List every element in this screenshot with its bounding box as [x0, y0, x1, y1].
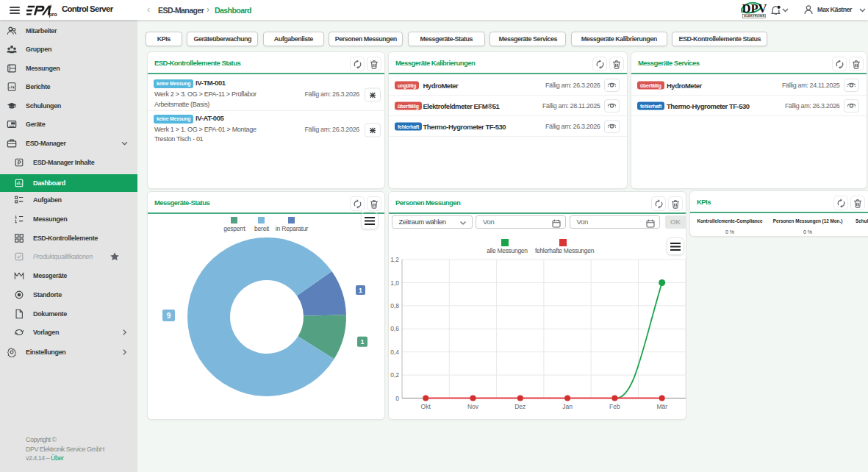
svg-text:0,4: 0,4	[390, 348, 399, 356]
svg-text:1,2: 1,2	[390, 256, 399, 263]
svg-text:Nov: Nov	[467, 403, 479, 410]
svg-text:9: 9	[167, 312, 171, 320]
svg-text:0,6: 0,6	[390, 325, 399, 332]
svg-text:Okt: Okt	[421, 403, 431, 410]
svg-text:Mär: Mär	[656, 403, 667, 410]
svg-text:0,2: 0,2	[390, 371, 399, 379]
svg-text:pro: pro	[49, 12, 57, 18]
svg-text:Dez: Dez	[514, 403, 526, 410]
svg-text:Feb: Feb	[609, 403, 620, 410]
svg-text:Jan: Jan	[562, 403, 573, 410]
svg-text:1: 1	[359, 287, 362, 294]
svg-text:ELEKTRONIK: ELEKTRONIK	[745, 14, 765, 18]
svg-text:1,0: 1,0	[390, 279, 399, 287]
svg-text:®: ®	[50, 4, 53, 9]
svg-text:0,8: 0,8	[390, 302, 399, 310]
svg-text:DPV: DPV	[742, 1, 767, 15]
svg-text:0: 0	[395, 395, 399, 402]
svg-text:1: 1	[360, 338, 364, 346]
